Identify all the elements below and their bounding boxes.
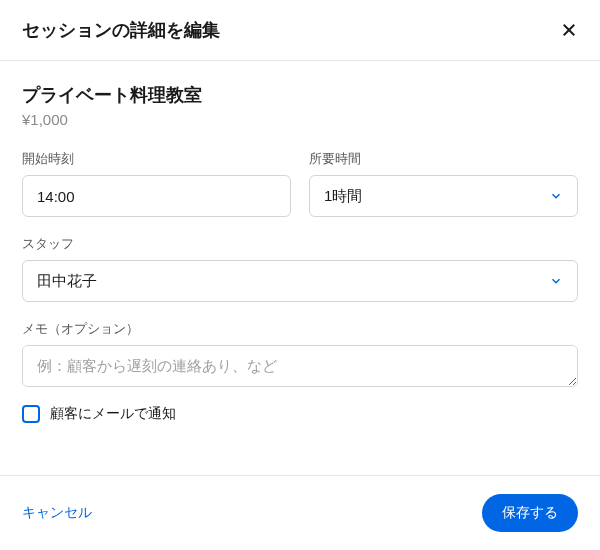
staff-label: スタッフ [22, 235, 578, 253]
cancel-button[interactable]: キャンセル [22, 504, 92, 522]
dialog-header: セッションの詳細を編集 [0, 0, 600, 61]
memo-field: メモ（オプション） [22, 320, 578, 387]
duration-value: 1時間 [324, 187, 362, 206]
notify-label: 顧客にメールで通知 [50, 405, 176, 423]
duration-field: 所要時間 1時間 [309, 150, 578, 217]
chevron-down-icon [549, 274, 563, 288]
dialog-footer: キャンセル 保存する [0, 475, 600, 550]
close-icon[interactable] [560, 21, 578, 39]
duration-select[interactable]: 1時間 [309, 175, 578, 217]
service-title: プライベート料理教室 [22, 83, 578, 107]
memo-textarea[interactable] [22, 345, 578, 387]
notify-row: 顧客にメールで通知 [22, 405, 578, 423]
staff-select[interactable]: 田中花子 [22, 260, 578, 302]
notify-checkbox[interactable] [22, 405, 40, 423]
staff-field: スタッフ 田中花子 [22, 235, 578, 302]
start-time-input[interactable] [22, 175, 291, 217]
dialog-content: プライベート料理教室 ¥1,000 開始時刻 所要時間 1時間 スタッフ [0, 61, 600, 445]
memo-label: メモ（オプション） [22, 320, 578, 338]
start-time-field: 開始時刻 [22, 150, 291, 217]
staff-value: 田中花子 [37, 272, 97, 291]
start-time-label: 開始時刻 [22, 150, 291, 168]
dialog-title: セッションの詳細を編集 [22, 18, 220, 42]
service-price: ¥1,000 [22, 111, 578, 128]
chevron-down-icon [549, 189, 563, 203]
time-row: 開始時刻 所要時間 1時間 [22, 150, 578, 217]
duration-label: 所要時間 [309, 150, 578, 168]
save-button[interactable]: 保存する [482, 494, 578, 532]
